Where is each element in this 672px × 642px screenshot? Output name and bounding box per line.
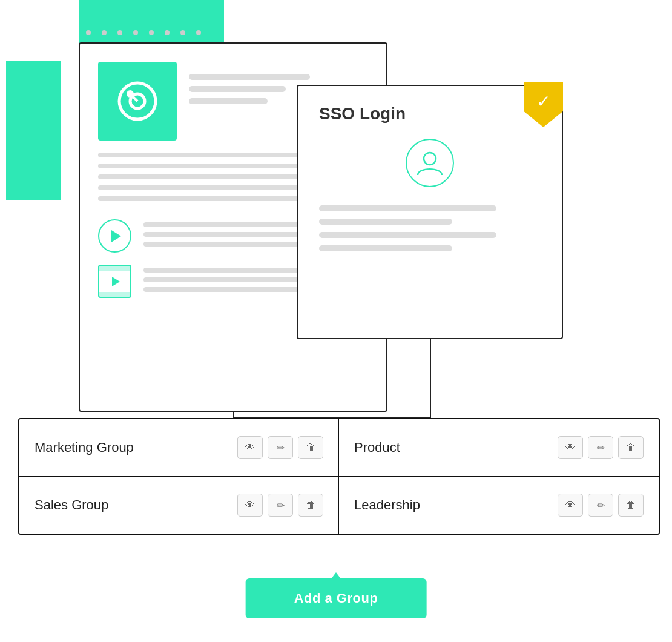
pencil-icon-marketing: ✏ <box>277 442 285 454</box>
group-actions-product: 👁 ✏ 🗑 <box>558 436 644 459</box>
bg-teal-left <box>6 61 61 200</box>
trash-icon-sales: 🗑 <box>306 500 315 511</box>
edit-btn-sales[interactable]: ✏ <box>268 494 293 517</box>
play-circle-icon <box>98 219 131 253</box>
dot-5 <box>149 30 154 35</box>
logo-block <box>98 62 177 141</box>
body-line-2 <box>98 164 314 168</box>
group-cell-sales: Sales Group 👁 ✏ 🗑 <box>19 477 339 534</box>
svg-point-3 <box>424 153 436 165</box>
sso-card: SSO Login <box>297 85 563 339</box>
group-actions-sales: 👁 ✏ 🗑 <box>237 494 323 517</box>
logo-icon <box>113 77 162 125</box>
sso-avatar-icon <box>406 139 454 187</box>
bg-teal-top <box>79 0 224 48</box>
delete-btn-marketing[interactable]: 🗑 <box>298 436 323 459</box>
film-bar-top <box>99 266 130 271</box>
add-group-button[interactable]: Add a Group <box>246 578 427 618</box>
eye-icon-marketing: 👁 <box>245 442 255 453</box>
group-cell-leadership: Leadership 👁 ✏ 🗑 <box>339 477 659 534</box>
delete-btn-sales[interactable]: 🗑 <box>298 494 323 517</box>
delete-btn-leadership[interactable]: 🗑 <box>618 494 644 517</box>
user-icon <box>415 148 445 178</box>
dot-4 <box>133 30 138 35</box>
film-play-icon <box>112 277 120 286</box>
group-name-sales: Sales Group <box>35 497 108 513</box>
trash-icon-marketing: 🗑 <box>306 442 315 453</box>
edit-btn-product[interactable]: ✏ <box>588 436 613 459</box>
trash-icon-leadership: 🗑 <box>626 500 636 511</box>
pencil-icon-sales: ✏ <box>277 500 285 511</box>
groups-grid: Marketing Group 👁 ✏ 🗑 Product 👁 <box>18 418 660 535</box>
group-name-marketing: Marketing Group <box>35 440 134 455</box>
dot-6 <box>165 30 170 35</box>
pencil-icon-product: ✏ <box>597 442 605 454</box>
shield-badge: ✓ <box>524 82 563 127</box>
dot-7 <box>180 30 185 35</box>
sso-line-3 <box>319 232 496 238</box>
shield-check-icon: ✓ <box>536 91 550 111</box>
card-dots <box>80 30 201 35</box>
play-triangle <box>111 230 121 242</box>
connector-vertical-right <box>430 339 431 418</box>
title-line-3 <box>189 98 268 104</box>
sso-line-4 <box>319 245 452 251</box>
sso-lines <box>319 205 541 251</box>
dot-2 <box>102 30 107 35</box>
edit-btn-leadership[interactable]: ✏ <box>588 494 613 517</box>
dot-8 <box>196 30 201 35</box>
sso-line-2 <box>319 219 452 225</box>
sso-title: SSO Login <box>319 104 541 124</box>
shield-shape: ✓ <box>524 82 563 127</box>
dot-3 <box>117 30 122 35</box>
add-group-section: Add a Group <box>246 578 427 618</box>
pencil-icon-leadership: ✏ <box>597 500 605 511</box>
eye-icon-product: 👁 <box>565 442 575 453</box>
eye-icon-leadership: 👁 <box>565 500 575 511</box>
group-name-product: Product <box>354 440 400 455</box>
view-btn-marketing[interactable]: 👁 <box>237 436 263 459</box>
group-name-leadership: Leadership <box>354 497 420 513</box>
video-line-2 <box>143 232 301 237</box>
group-actions-marketing: 👁 ✏ 🗑 <box>237 436 323 459</box>
title-line-2 <box>189 86 286 92</box>
group-cell-product: Product 👁 ✏ 🗑 <box>339 419 659 477</box>
group-actions-leadership: 👁 ✏ 🗑 <box>558 494 644 517</box>
delete-btn-product[interactable]: 🗑 <box>618 436 644 459</box>
view-btn-product[interactable]: 👁 <box>558 436 583 459</box>
edit-btn-marketing[interactable]: ✏ <box>268 436 293 459</box>
film-icon <box>98 265 131 298</box>
title-line-1 <box>189 74 310 80</box>
film-line-2 <box>143 277 301 282</box>
group-cell-marketing: Marketing Group 👁 ✏ 🗑 <box>19 419 339 477</box>
eye-icon-sales: 👁 <box>245 500 255 511</box>
groups-section: Marketing Group 👁 ✏ 🗑 Product 👁 <box>18 418 660 535</box>
film-bar-bottom <box>99 292 130 297</box>
sso-line-1 <box>319 205 496 211</box>
view-btn-leadership[interactable]: 👁 <box>558 494 583 517</box>
trash-icon-product: 🗑 <box>626 442 636 453</box>
dot-1 <box>86 30 91 35</box>
view-btn-sales[interactable]: 👁 <box>237 494 263 517</box>
